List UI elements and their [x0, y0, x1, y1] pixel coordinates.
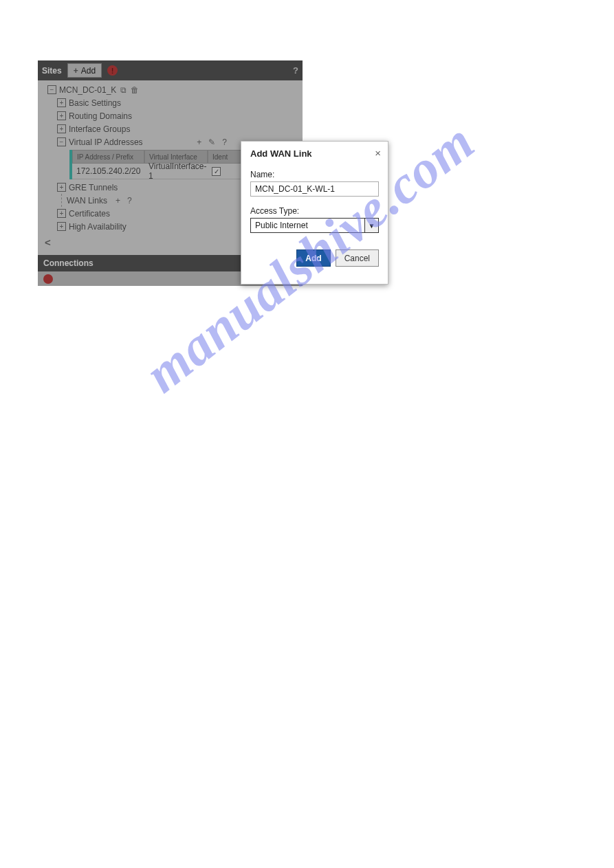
sites-header: Sites + Add ! ? [38, 60, 303, 80]
edit-vip-icon[interactable]: ✎ [208, 137, 215, 147]
delete-icon[interactable]: 🗑 [131, 85, 139, 95]
chevron-down-icon: ▼ [364, 219, 378, 232]
tree-item-routing-domains[interactable]: + Routing Domains [38, 109, 303, 122]
add-vip-icon[interactable]: + [197, 137, 201, 147]
expand-icon[interactable]: + [57, 111, 66, 120]
add-site-label: Add [81, 66, 96, 76]
collapse-icon[interactable]: − [47, 85, 56, 94]
add-wanlink-icon[interactable]: + [116, 196, 120, 205]
expand-icon[interactable]: + [57, 183, 66, 192]
tree-item-basic-settings[interactable]: + Basic Settings [38, 96, 303, 109]
add-wan-link-dialog: × Add WAN Link Name: Access Type: Public… [241, 141, 388, 285]
cancel-button[interactable]: Cancel [336, 249, 379, 267]
warning-badge-icon[interactable]: ! [107, 65, 118, 76]
tree-connector-icon [57, 194, 67, 207]
expand-icon[interactable]: + [57, 209, 66, 218]
add-button[interactable]: Add [296, 249, 330, 267]
tree-item-interface-groups[interactable]: + Interface Groups [38, 122, 303, 135]
name-label: Name: [250, 170, 379, 179]
ident-checkbox[interactable]: ✓ [212, 167, 221, 176]
close-dialog-icon[interactable]: × [375, 147, 381, 159]
cell-vif: VirtualInterface-1 [144, 164, 208, 179]
copy-icon[interactable]: ⧉ [120, 85, 127, 95]
expand-icon[interactable]: + [57, 98, 66, 107]
collapse-icon[interactable]: − [57, 137, 66, 146]
access-type-value: Public Internet [255, 221, 308, 230]
add-site-button[interactable]: + Add [67, 63, 102, 78]
help-wanlink-icon[interactable]: ? [127, 196, 132, 205]
access-type-select[interactable]: Public Internet ▼ [250, 218, 379, 233]
access-type-label: Access Type: [250, 206, 379, 216]
status-error-icon[interactable] [43, 274, 53, 284]
cell-ip: 172.105.240.2/20 [72, 164, 144, 179]
tree-site-root[interactable]: − MCN_DC-01_K ⧉ 🗑 [38, 83, 303, 96]
help-vip-icon[interactable]: ? [222, 137, 227, 147]
dialog-title: Add WAN Link [250, 148, 379, 159]
plus-icon: + [74, 66, 78, 76]
expand-icon[interactable]: + [57, 124, 66, 133]
col-ip-prefix: IP Address / Prefix [72, 150, 144, 164]
sites-title: Sites [42, 66, 62, 76]
expand-icon[interactable]: + [57, 222, 66, 231]
site-name: MCN_DC-01_K [59, 85, 116, 95]
name-input[interactable] [250, 181, 379, 197]
help-icon[interactable]: ? [293, 65, 298, 76]
